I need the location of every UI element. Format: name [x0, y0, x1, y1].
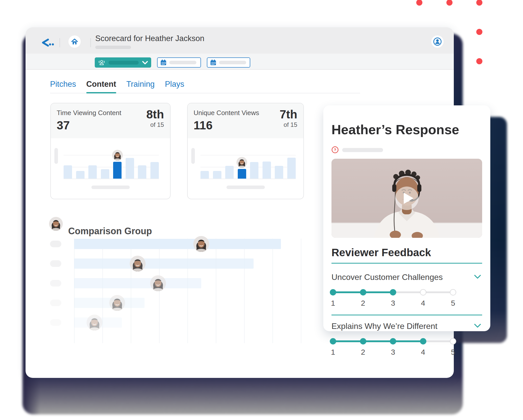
bar	[213, 171, 221, 179]
bar-avatar	[236, 157, 247, 168]
slider-scale-label: 4	[421, 348, 425, 356]
tab-bar: PitchesContentTrainingPlays	[50, 80, 360, 93]
user-avatar-button[interactable]	[431, 35, 444, 48]
slider-knob-5[interactable]	[450, 338, 456, 344]
bar	[287, 158, 296, 179]
stat-rank: 8th of 15	[146, 108, 164, 128]
criterion-block: Uncover Customer Challenges 12345	[331, 273, 482, 315]
x-axis-placeholder	[91, 186, 130, 189]
response-video[interactable]	[331, 159, 482, 238]
rating-slider[interactable]: 12345	[333, 335, 453, 359]
page-title: Scorecard for Heather Jackson	[95, 34, 204, 43]
slider-fill	[333, 340, 423, 342]
criterion-collapse-button[interactable]	[473, 323, 482, 330]
slider-knob-1[interactable]	[330, 289, 336, 295]
filter-value-placeholder	[109, 61, 139, 65]
slider-scale-label: 1	[331, 348, 335, 356]
date-placeholder	[219, 61, 246, 64]
bar-avatar	[112, 150, 123, 160]
help-button[interactable]: ?	[331, 146, 339, 154]
calendar-icon	[160, 59, 167, 66]
slider-scale-label: 3	[391, 348, 395, 356]
tab-content[interactable]: Content	[86, 80, 116, 93]
chevron-down-icon	[142, 61, 148, 65]
y-axis-placeholder	[191, 148, 195, 164]
rating-slider[interactable]: 12345	[333, 286, 453, 310]
comparison-row-avatar	[150, 275, 166, 291]
rank-of: of 15	[280, 121, 297, 128]
subtitle-placeholder	[95, 46, 131, 49]
bar	[126, 158, 134, 179]
comparison-row-label-placeholder	[50, 280, 61, 287]
criterion-header: Explains Why We’re Different	[331, 322, 482, 331]
stat-card-unique-views: Unique Content Views 116 7th of 15	[187, 103, 304, 199]
slider-knob-1[interactable]	[330, 338, 336, 344]
feedback-section-title: Reviewer Feedback	[331, 246, 482, 264]
bar	[263, 162, 271, 179]
date-placeholder	[169, 61, 196, 64]
decorative-dot	[476, 29, 482, 35]
bar	[64, 165, 72, 179]
help-text-placeholder	[342, 148, 383, 152]
comparison-row-label-placeholder	[50, 300, 61, 306]
slider-scale-label: 5	[451, 299, 455, 307]
slider-knob-3[interactable]	[390, 338, 396, 344]
response-title: Heather’s Response	[331, 122, 482, 137]
date-range-start-input[interactable]	[157, 57, 201, 68]
comparison-title: Comparison Group	[68, 226, 152, 237]
bar	[225, 166, 234, 179]
comparison-row-label-placeholder	[50, 319, 61, 326]
decorative-dot	[476, 58, 482, 64]
criterion-label: Uncover Customer Challenges	[331, 273, 443, 282]
bar	[250, 162, 258, 179]
comparison-row-label-placeholder	[50, 241, 61, 247]
bar-plot	[200, 155, 296, 179]
stat-rank: 7th of 15	[280, 108, 297, 128]
slider-knob-5[interactable]	[450, 289, 456, 295]
home-button[interactable]	[68, 35, 81, 48]
date-range-end-input[interactable]	[207, 57, 250, 68]
decorative-dot	[416, 0, 422, 6]
slider-knob-2[interactable]	[360, 289, 366, 295]
video-thumbnail	[331, 159, 482, 238]
criterion-block: Explains Why We’re Different 12345	[331, 322, 482, 364]
users-icon	[98, 59, 105, 66]
filter-bar	[26, 54, 454, 70]
tab-training[interactable]: Training	[126, 80, 155, 93]
comparison-row-avatar	[87, 315, 102, 330]
rank-value: 8th	[146, 108, 164, 121]
bar	[76, 171, 85, 179]
group-filter-dropdown[interactable]	[95, 57, 151, 68]
comparison-bar	[74, 239, 281, 249]
bar	[150, 162, 159, 179]
comparison-row-label-placeholder	[50, 260, 61, 267]
slider-knob-3[interactable]	[390, 289, 396, 295]
slider-knob-4[interactable]	[420, 338, 426, 344]
comparison-bar-chart	[74, 239, 301, 343]
slider-knob-2[interactable]	[360, 338, 366, 344]
back-button[interactable]	[40, 39, 55, 47]
rank-of: of 15	[146, 121, 164, 128]
slider-scale-label: 2	[361, 348, 365, 356]
tab-plays[interactable]: Plays	[165, 80, 184, 93]
bar	[101, 169, 109, 179]
stat-card-header: Unique Content Views 116 7th of 15	[188, 103, 303, 138]
comparison-avatar	[49, 217, 63, 231]
bar	[275, 166, 283, 179]
bar	[88, 165, 97, 179]
header-divider	[60, 38, 60, 47]
slider-scale-label: 2	[361, 299, 365, 307]
chevron-down-icon	[474, 324, 481, 328]
tab-pitches[interactable]: Pitches	[50, 80, 76, 93]
back-arrow-icon	[40, 39, 55, 47]
user-circle-icon	[433, 37, 442, 46]
comparison-row-avatar	[109, 295, 125, 311]
bar	[200, 171, 209, 179]
comparison-row-avatar	[130, 256, 146, 271]
slider-scale-label: 3	[391, 299, 395, 307]
criterion-collapse-button[interactable]	[473, 274, 482, 281]
slider-knob-4[interactable]	[420, 289, 426, 295]
comparison-row-avatar	[193, 236, 209, 252]
rank-value: 7th	[280, 108, 297, 121]
y-axis-placeholder	[54, 148, 58, 164]
